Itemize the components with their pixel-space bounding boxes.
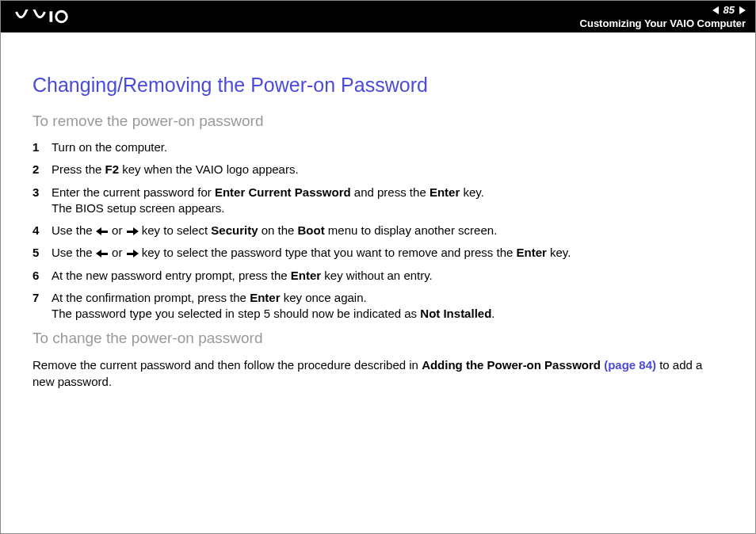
step-text: At the new password entry prompt, press … [52, 268, 724, 284]
prev-page-icon[interactable] [712, 6, 719, 14]
step-number: 2 [32, 162, 52, 177]
left-arrow-icon [96, 227, 109, 235]
svg-rect-0 [50, 11, 53, 22]
list-item: 6 At the new password entry prompt, pres… [32, 268, 724, 284]
list-item: 3 Enter the current password for Enter C… [32, 185, 724, 217]
page-number: 85 [722, 4, 736, 17]
step-text: Turn on the computer. [52, 139, 724, 155]
step-number: 1 [32, 139, 52, 155]
step-text: Use the or key to select the password ty… [52, 245, 724, 261]
breadcrumb: Customizing Your VAIO Computer [580, 17, 746, 30]
step-number: 6 [32, 268, 52, 284]
svg-point-1 [56, 11, 67, 22]
step-number: 7 [32, 290, 52, 322]
list-item: 4 Use the or key to select Security on t… [32, 223, 724, 238]
step-number: 5 [32, 245, 52, 261]
remove-steps-list: 1 Turn on the computer. 2 Press the F2 k… [32, 139, 724, 322]
step-text: Enter the current password for Enter Cur… [52, 185, 724, 217]
vaio-logo [15, 10, 86, 24]
list-item: 7 At the confirmation prompt, press the … [32, 290, 724, 322]
section-remove-heading: To remove the power-on password [32, 113, 724, 130]
change-paragraph: Remove the current password and then fol… [32, 357, 724, 390]
section-change-heading: To change the power-on password [32, 330, 724, 347]
list-item: 5 Use the or key to select the password … [32, 245, 724, 261]
right-arrow-icon [126, 250, 139, 257]
header-bar: 85 Customizing Your VAIO Computer [1, 1, 755, 32]
page-content: Changing/Removing the Power-on Password … [1, 32, 755, 406]
vaio-logo-icon [15, 10, 86, 24]
right-arrow-icon [126, 227, 139, 235]
left-arrow-icon [96, 250, 109, 257]
step-text: Press the F2 key when the VAIO logo appe… [52, 162, 724, 177]
step-text: At the confirmation prompt, press the En… [52, 290, 724, 322]
step-text: Use the or key to select Security on the… [52, 223, 724, 238]
step-number: 3 [32, 185, 52, 217]
next-page-icon[interactable] [739, 6, 746, 14]
page-title: Changing/Removing the Power-on Password [32, 74, 724, 97]
page-link[interactable]: (page 84) [604, 358, 656, 372]
list-item: 1 Turn on the computer. [32, 139, 724, 155]
step-number: 4 [32, 223, 52, 238]
list-item: 2 Press the F2 key when the VAIO logo ap… [32, 162, 724, 177]
header-nav: 85 Customizing Your VAIO Computer [580, 4, 746, 29]
